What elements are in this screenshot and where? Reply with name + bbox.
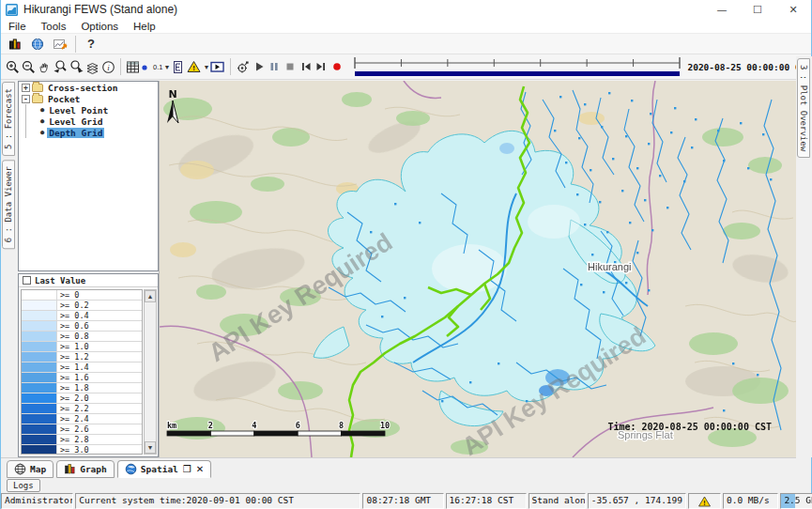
legend-row[interactable]: >= 2.2 <box>22 404 142 414</box>
pan-button[interactable] <box>37 56 53 78</box>
record-icon <box>330 60 344 73</box>
warning-dropdown[interactable]: !▼ <box>186 56 209 78</box>
tree-item-label: Pocket <box>46 94 82 104</box>
record-button[interactable] <box>329 56 345 78</box>
legend-row[interactable]: >= 2.0 <box>22 393 142 404</box>
first-frame-button[interactable] <box>298 56 314 78</box>
last-frame-button[interactable] <box>314 56 329 78</box>
stop-button[interactable] <box>283 56 299 78</box>
grid-icon <box>125 59 141 75</box>
tab-forecast[interactable]: 5 : Forecast <box>2 82 15 156</box>
legend-row[interactable]: >= 2.4 <box>22 414 142 424</box>
legend-row-label: >= 0.6 <box>57 321 89 331</box>
timeseries-chart-icon <box>53 37 69 52</box>
legend-color-swatch <box>22 352 57 362</box>
help-button[interactable]: ? <box>80 35 102 54</box>
legend-row[interactable]: >= 1.6 <box>22 373 142 383</box>
tree-item-cross-section[interactable]: +Cross-section <box>19 82 158 93</box>
legend-row[interactable]: >= 2.8 <box>22 435 142 445</box>
animation-panel-button[interactable] <box>209 56 226 78</box>
legend-row[interactable]: >= 0.6 <box>22 321 142 332</box>
legend-row-label: >= 2.2 <box>57 404 89 413</box>
last-value-checkbox[interactable] <box>23 276 31 285</box>
menu-file[interactable]: File <box>1 21 34 32</box>
app-logo-icon <box>6 4 18 16</box>
zoom-out-icon <box>21 59 37 75</box>
legend-row-label: >= 3.0 <box>57 445 89 455</box>
menu-help[interactable]: Help <box>126 21 163 32</box>
legend-row-label: >= 1.0 <box>57 342 89 351</box>
animation-settings-button[interactable] <box>235 56 251 78</box>
tree-connector <box>25 104 38 116</box>
zoom-next-button[interactable] <box>69 56 84 78</box>
left-tab-strip: 5 : Forecast 6 : Data Viewer <box>1 80 18 457</box>
graph-icon <box>64 463 76 475</box>
explorer-button[interactable] <box>4 35 26 54</box>
legend-row[interactable]: >= 0.2 <box>22 301 142 311</box>
play-button[interactable] <box>251 56 267 78</box>
scalar-dot-icon <box>141 61 153 73</box>
legend-row[interactable]: >= 1.2 <box>22 352 142 362</box>
bullet-icon: ● <box>40 129 44 136</box>
maximize-button[interactable]: ☐ <box>740 0 775 19</box>
menu-options[interactable]: Options <box>73 21 126 32</box>
tab-spatial[interactable]: Spatial ❐ ✕ <box>117 460 211 478</box>
window-title: Hikurangi FEWS (Stand alone) <box>23 3 177 16</box>
status-warning[interactable]: ! <box>688 493 721 509</box>
timeseries-dialog-button[interactable] <box>49 35 71 54</box>
legend-row[interactable]: >= 0 <box>22 290 142 301</box>
legend-row[interactable]: >= 3.0 <box>22 445 142 455</box>
tab-graph[interactable]: Graph <box>56 460 115 478</box>
tree-item-level-point[interactable]: ●Level Point <box>19 104 158 116</box>
tab-data-viewer[interactable]: 6 : Data Viewer <box>2 160 15 249</box>
threshold-dropdown[interactable]: 0.1▼ <box>141 56 170 78</box>
tab-map[interactable]: Map <box>7 460 54 478</box>
svg-text:!: ! <box>193 64 196 72</box>
zoom-in-button[interactable] <box>5 56 21 78</box>
layers-button[interactable] <box>84 56 100 78</box>
tree-item-label: Level Point <box>47 105 110 116</box>
legend-row[interactable]: >= 1.8 <box>22 383 142 393</box>
skip-end-icon <box>314 60 328 73</box>
tab-plot-overview[interactable]: 3 : Plot Overview <box>797 58 810 158</box>
logs-button[interactable]: Logs <box>7 479 40 492</box>
classification-icon <box>170 59 186 75</box>
classification-button[interactable] <box>170 56 186 78</box>
zoom-out-button[interactable] <box>21 56 37 78</box>
legend-row[interactable]: >= 2.6 <box>22 424 142 435</box>
grid-display-button[interactable] <box>125 56 141 78</box>
legend-color-swatch <box>22 383 57 393</box>
legend-color-swatch <box>22 435 57 444</box>
scroll-down-icon[interactable]: ▼ <box>145 441 156 454</box>
tree-expander-icon[interactable]: - <box>22 95 30 103</box>
legend-scrollbar[interactable]: ▲ ▼ <box>144 289 157 455</box>
tree-item-label: Level Grid <box>47 116 104 127</box>
tree-item-depth-grid[interactable]: ●Depth Grid <box>19 127 158 138</box>
legend-row-label: >= 1.6 <box>57 373 89 382</box>
tree-item-level-grid[interactable]: ●Level Grid <box>19 116 158 127</box>
legend-row[interactable]: >= 1.4 <box>22 362 142 373</box>
minimize-button[interactable]: — <box>704 0 740 19</box>
legend-row[interactable]: >= 1.0 <box>22 342 142 352</box>
legend-color-swatch <box>22 373 57 382</box>
info-icon: i <box>100 59 116 75</box>
tree-expander-icon[interactable]: + <box>22 84 30 92</box>
scroll-up-icon[interactable]: ▲ <box>145 290 156 302</box>
map-canvas[interactable]: API Key Required API Key Required Hikura… <box>159 81 796 457</box>
timeline-slider[interactable] <box>352 55 682 79</box>
restore-panel-icon[interactable]: ❐ <box>183 464 192 474</box>
legend-row[interactable]: >= 0.4 <box>22 311 142 321</box>
tree-item-pocket[interactable]: -Pocket <box>19 93 158 104</box>
close-panel-icon[interactable]: ✕ <box>196 464 204 474</box>
close-button[interactable]: ✕ <box>775 0 811 19</box>
legend-color-swatch <box>22 321 57 331</box>
legend-row[interactable]: >= 0.8 <box>22 332 142 342</box>
zoom-previous-button[interactable] <box>53 56 69 78</box>
map-display-button[interactable] <box>26 35 49 54</box>
tree-connector <box>25 116 38 127</box>
info-button[interactable]: i <box>100 56 116 78</box>
pause-button[interactable] <box>267 56 283 78</box>
skip-start-icon <box>299 60 313 73</box>
tree-connector <box>25 127 38 138</box>
menu-tools[interactable]: Tools <box>34 21 74 32</box>
